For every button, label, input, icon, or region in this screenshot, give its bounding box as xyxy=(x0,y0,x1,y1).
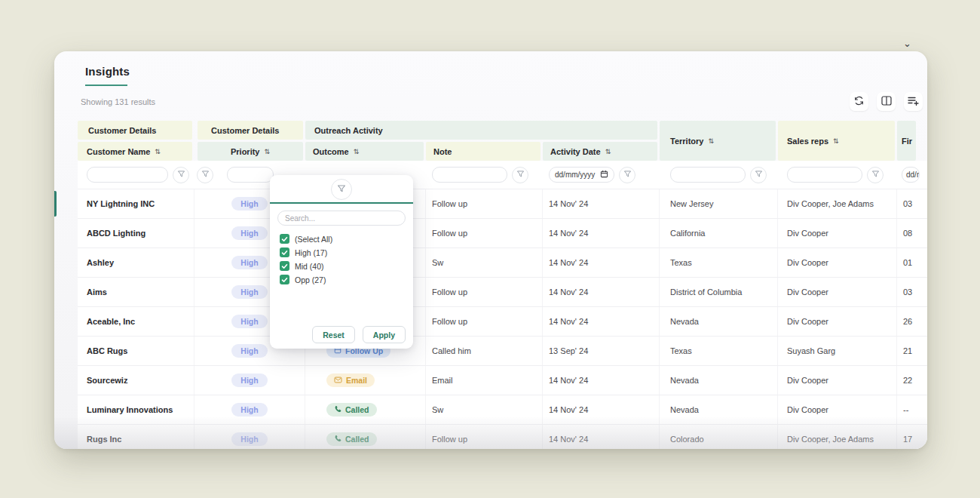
priority-filter-button[interactable] xyxy=(197,167,213,183)
table-row[interactable]: Sourcewiz High Email Email 14 Nov' 24 Ne… xyxy=(78,366,927,395)
column-header-fir[interactable]: Fir xyxy=(897,121,916,161)
calendar-icon[interactable] xyxy=(600,170,608,180)
checkbox-checked-icon[interactable] xyxy=(280,261,289,271)
cell-customer-name: Aceable, Inc xyxy=(78,307,194,336)
cell-sales-reps: Div Cooper, Joe Adams xyxy=(778,189,897,218)
date-placeholder: dd/mm/yyyy xyxy=(555,171,595,179)
sort-icon[interactable]: ⇅ xyxy=(833,137,839,145)
column-header-sales-reps[interactable]: Sales reps⇅ xyxy=(778,121,895,161)
sales-reps-filter-input[interactable] xyxy=(787,167,862,183)
group-header-customer-details-1: Customer Details xyxy=(78,121,192,140)
territory-filter-button[interactable] xyxy=(750,167,767,183)
column-header-customer-name[interactable]: Customer Name⇅ xyxy=(78,142,192,161)
cell-sales-reps: Suyash Garg xyxy=(778,337,897,365)
priority-filter-input[interactable] xyxy=(227,167,274,183)
outcome-filter-button-active[interactable] xyxy=(331,179,352,200)
fir-date-filter-input[interactable]: dd/mm/yyyy xyxy=(902,167,920,183)
column-header-territory[interactable]: Territory⇅ xyxy=(660,121,776,161)
popup-option-select-all[interactable]: (Select All) xyxy=(280,234,332,244)
playlist-add-icon xyxy=(908,96,919,108)
popup-search-input[interactable] xyxy=(277,211,406,226)
priority-badge: High xyxy=(231,344,267,358)
popup-accent-line xyxy=(270,202,413,204)
apply-button[interactable]: Apply xyxy=(363,326,406,343)
cell-sales-reps: Div Cooper xyxy=(778,278,897,306)
cell-sales-reps: Div Cooper xyxy=(778,219,897,247)
reset-button[interactable]: Reset xyxy=(312,326,355,343)
cell-activity-date: 14 Nov' 24 xyxy=(543,248,660,277)
territory-filter-input[interactable] xyxy=(670,167,746,183)
popup-option-opp[interactable]: Opp (27) xyxy=(280,275,332,284)
add-view-button[interactable] xyxy=(904,92,923,111)
cell-activity-date: 14 Nov' 24 xyxy=(543,395,660,424)
priority-badge: High xyxy=(231,256,267,269)
outcome-badge-email: Email xyxy=(326,374,375,387)
cell-customer-name: ABCD Lighting xyxy=(78,219,194,247)
cell-territory: California xyxy=(660,219,778,247)
insights-panel: Insights Showing 131 results Customer De… xyxy=(54,51,927,449)
cell-customer-name: NY Lightning INC xyxy=(78,189,194,218)
option-label: High (17) xyxy=(295,248,327,257)
cell-fir: 03 xyxy=(897,278,927,306)
cell-note: Follow up xyxy=(426,189,543,218)
phone-icon xyxy=(334,435,341,444)
activity-date-filter-input[interactable]: dd/mm/yyyy xyxy=(549,167,614,183)
column-header-note[interactable]: Note xyxy=(426,142,541,161)
cell-territory: Nevada xyxy=(660,366,778,395)
table-row[interactable]: Aceable, Inc High Follow up 14 Nov' 24 N… xyxy=(78,307,927,337)
table-toolbar xyxy=(850,92,923,111)
cell-note: Follow up xyxy=(426,278,543,306)
customer-name-filter-button[interactable] xyxy=(173,167,189,183)
priority-badge: High xyxy=(231,403,267,417)
table-row[interactable]: Aims High Follow up 14 Nov' 24 District … xyxy=(78,278,927,307)
page-title: Insights xyxy=(85,65,130,78)
table-row[interactable]: Ashley High Sw 14 Nov' 24 Texas Div Coop… xyxy=(78,248,927,278)
sales-reps-filter-button[interactable] xyxy=(867,167,884,183)
sort-icon[interactable]: ⇅ xyxy=(354,148,360,155)
table-row[interactable]: ABCD Lighting High Follow up 14 Nov' 24 … xyxy=(78,219,927,248)
table-row[interactable]: Rugs Inc High Called Follow up 14 Nov' 2… xyxy=(78,425,927,449)
cell-activity-date: 14 Nov' 24 xyxy=(543,189,660,218)
activity-date-filter-button[interactable] xyxy=(619,167,635,183)
customer-name-filter-input[interactable] xyxy=(87,167,168,183)
checkbox-checked-icon[interactable] xyxy=(280,247,289,257)
column-header-outcome[interactable]: Outcome⇅ xyxy=(305,142,424,161)
cell-customer-name: ABC Rugs xyxy=(78,337,194,365)
funnel-icon xyxy=(871,169,880,180)
popup-option-mid[interactable]: Mid (40) xyxy=(280,261,332,271)
table-row[interactable]: ABC Rugs High Follow Up Called him 13 Se… xyxy=(78,337,927,366)
sync-button[interactable] xyxy=(850,92,868,111)
cell-sales-reps: Div Cooper xyxy=(778,248,897,277)
note-filter-button[interactable] xyxy=(512,167,528,183)
outcome-filter-popup: (Select All) High (17) Mid (40) Opp (27)… xyxy=(270,175,413,349)
cell-activity-date: 14 Nov' 24 xyxy=(543,425,660,449)
funnel-icon xyxy=(755,169,763,180)
sort-icon[interactable]: ⇅ xyxy=(264,148,270,155)
scroll-indicator[interactable] xyxy=(54,191,57,217)
column-header-priority[interactable]: Priority⇅ xyxy=(198,142,303,161)
columns-icon xyxy=(881,96,892,108)
cell-fir: 01 xyxy=(897,248,927,277)
option-label: Opp (27) xyxy=(295,275,326,284)
cell-activity-date: 13 Sep' 24 xyxy=(543,337,660,365)
chevron-down-icon[interactable]: ⌄ xyxy=(903,38,911,49)
checkbox-checked-icon[interactable] xyxy=(280,234,289,244)
sort-icon[interactable]: ⇅ xyxy=(605,148,611,155)
note-filter-input[interactable] xyxy=(432,167,507,183)
phone-icon xyxy=(334,405,341,414)
sort-icon[interactable]: ⇅ xyxy=(155,148,161,155)
cell-sales-reps: Div Cooper xyxy=(778,366,897,395)
column-header-activity-date[interactable]: Activity Date⇅ xyxy=(543,142,657,161)
cell-territory: Colorado xyxy=(660,425,778,449)
table-row[interactable]: NY Lightning INC High Follow up 14 Nov' … xyxy=(78,189,927,219)
results-count: Showing 131 results xyxy=(81,97,155,106)
sort-icon[interactable]: ⇅ xyxy=(708,137,714,145)
cell-sales-reps: Div Cooper, Joe Adams xyxy=(778,425,897,449)
cell-fir: 21 xyxy=(897,337,927,365)
priority-badge: High xyxy=(231,197,267,211)
table-row[interactable]: Luminary Innovations High Called Sw 14 N… xyxy=(78,395,927,425)
checkbox-checked-icon[interactable] xyxy=(280,275,289,284)
cell-territory: Texas xyxy=(660,337,778,365)
popup-option-high[interactable]: High (17) xyxy=(280,247,332,257)
columns-button[interactable] xyxy=(877,92,896,111)
